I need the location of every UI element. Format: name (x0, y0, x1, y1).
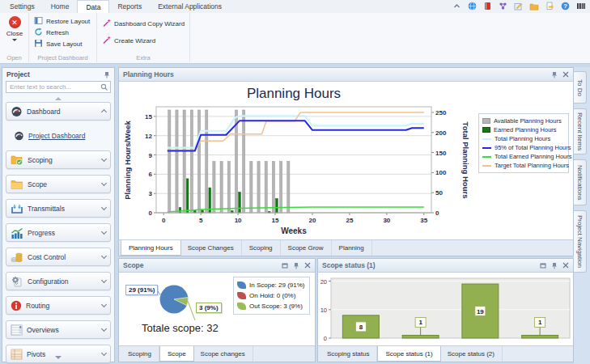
status-panel-header: Scope status (1) (318, 259, 573, 273)
close-button[interactable]: ✕ Close (2, 15, 27, 41)
scroll-up-hint[interactable] (2, 95, 114, 102)
close-icon[interactable] (562, 71, 569, 78)
tab-scope[interactable]: Scope (159, 346, 194, 362)
folder-icon[interactable] (529, 2, 539, 11)
pin-icon[interactable] (293, 262, 299, 269)
dock-tab-project-navigation[interactable]: Project Navigation (574, 210, 587, 273)
manual-book-icon[interactable] (483, 2, 492, 11)
scope-status-bar-chart: 0102081191 (318, 273, 573, 346)
sidebar-item-label: Scope (28, 180, 98, 188)
sidebar-item-progress[interactable]: Progress (6, 223, 111, 242)
legend-row: Earned Planning Hours (482, 125, 565, 134)
pin-icon[interactable] (551, 262, 558, 269)
svg-text:19: 19 (477, 308, 484, 315)
tab-scope-status-1[interactable]: Scope status (1) (377, 346, 440, 362)
export-icon[interactable] (545, 2, 554, 11)
restore-layout-icon (34, 16, 43, 27)
sidebar-item-label: Progress (28, 229, 98, 237)
share-nodes-icon[interactable] (499, 2, 507, 11)
svg-text:200: 200 (435, 129, 447, 137)
maximize-icon[interactable] (282, 263, 288, 269)
ribbon-tab-reports[interactable]: Reports (109, 0, 150, 13)
scope-tabstrip: Scoping Scope Scope changes (119, 345, 315, 362)
sidebar-item-label: Overviews (27, 326, 98, 334)
sidebar-item-configuration[interactable]: Configuration (6, 272, 111, 290)
table-list-icon (11, 324, 23, 336)
globe-icon[interactable] (468, 2, 477, 11)
restore-layout-button[interactable]: Restore Layout (32, 15, 94, 27)
svg-text:250: 250 (435, 109, 447, 116)
save-layout-button[interactable]: Save Layout (32, 38, 94, 49)
search-input[interactable] (6, 81, 111, 93)
chevron-down-icon (101, 302, 107, 307)
pin-icon[interactable] (104, 71, 110, 78)
chevron-down-icon (101, 156, 107, 162)
planning-panel-title: Planning Hours (123, 70, 174, 78)
svg-text:15: 15 (145, 113, 152, 121)
dock-tab-notifications[interactable]: Notifications (574, 159, 587, 205)
sidebar-item-project-dashboard[interactable]: Project Dashboard (14, 126, 111, 145)
sidebar-item-cost-control[interactable]: Cost Control (6, 248, 111, 266)
legend-row: Target Total Planning Hours (482, 161, 565, 170)
refresh-button[interactable]: Refresh (32, 27, 94, 38)
tab-scope-status-2[interactable]: Scope status (2) (440, 346, 503, 362)
close-icon[interactable] (304, 262, 311, 269)
dock-tab-recent-items[interactable]: Recent Items (574, 108, 587, 154)
tab-scope-changes[interactable]: Scope Changes (180, 240, 242, 256)
chevron-down-icon (101, 277, 107, 283)
close-icon: ✕ (9, 16, 21, 28)
tab-scoping-status[interactable]: Scoping status (320, 346, 377, 362)
save-layout-label: Save Layout (46, 40, 82, 48)
svg-text:30: 30 (383, 217, 390, 224)
close-icon[interactable] (562, 262, 569, 269)
project-dashboard-icon (14, 131, 24, 141)
sidebar-item-overviews[interactable]: Overviews (6, 320, 111, 339)
tab-scope-changes[interactable]: Scope changes (193, 346, 253, 362)
sidebar-item-pivots[interactable]: Pivots (6, 345, 111, 363)
tab-planning[interactable]: Planning (332, 240, 372, 256)
create-wizard-button[interactable]: Create Wizard (100, 35, 187, 46)
scope-panel-header: Scope (119, 259, 315, 273)
help-icon[interactable]: ? (561, 2, 570, 11)
tab-planning-hours[interactable]: Planning Hours (121, 240, 181, 256)
ribbon-tab-data[interactable]: Data (77, 0, 109, 13)
pin-icon[interactable] (551, 71, 558, 78)
svg-text:Total Planning Hours: Total Planning Hours (461, 122, 470, 199)
ribbon-tab-strip: Settings Home Data Reports External Appl… (0, 0, 590, 13)
planning-panel-header: Planning Hours (119, 68, 573, 82)
legend-swatch (482, 138, 491, 140)
transmittals-tray-icon (11, 203, 23, 214)
svg-text:150: 150 (435, 150, 447, 157)
sidebar-item-label: Configuration (28, 277, 98, 286)
sidebar-item-dashboard[interactable]: Dashboard (6, 102, 111, 121)
folder-check-icon (11, 154, 23, 166)
legend-swatch-out-scope (237, 303, 246, 310)
svg-text:8: 8 (359, 324, 363, 331)
barcode-icon[interactable] (576, 2, 586, 11)
sidebar-item-transmittals[interactable]: Transmittals (6, 199, 111, 218)
legend-label: In Scope: 29 (91%) (249, 281, 304, 289)
sidebar-item-label: Scoping (28, 156, 98, 164)
scope-pie-legend: In Scope: 29 (91%) On Hold: 0 (0%) Out S… (233, 277, 310, 315)
maximize-icon[interactable] (540, 263, 546, 269)
dashboard-icon (11, 106, 23, 117)
sidebar-item-scoping[interactable]: Scoping (6, 150, 111, 169)
ribbon-group-open: ✕ Close Open (0, 13, 29, 62)
sidebar-item-routing[interactable]: Routing (6, 296, 111, 315)
legend-swatch (482, 147, 491, 149)
sidebar-item-scope[interactable]: Scope (6, 175, 111, 193)
ribbon-tab-settings[interactable]: Settings (2, 0, 43, 13)
dock-tab-todo[interactable]: To Do (574, 71, 587, 104)
scroll-down-hint[interactable] (2, 356, 114, 359)
dashboard-copy-wizard-button[interactable]: Dashboard Copy Wizard (100, 18, 187, 29)
tab-scoping[interactable]: Scoping (242, 240, 281, 256)
ribbon-tab-external-applications[interactable]: External Applications (150, 0, 230, 13)
wizard-wand-icon (102, 36, 111, 46)
tab-scope-grow[interactable]: Scope Grow (281, 240, 332, 256)
edit-icon[interactable] (514, 2, 523, 11)
save-layout-icon (34, 39, 43, 49)
project-nav-panel: Project Dashboard Project Dashboard Scop… (2, 67, 115, 362)
collapse-ribbon-icon[interactable] (452, 2, 461, 11)
ribbon-tab-home[interactable]: Home (43, 0, 78, 13)
tab-scoping[interactable]: Scoping (121, 346, 159, 362)
